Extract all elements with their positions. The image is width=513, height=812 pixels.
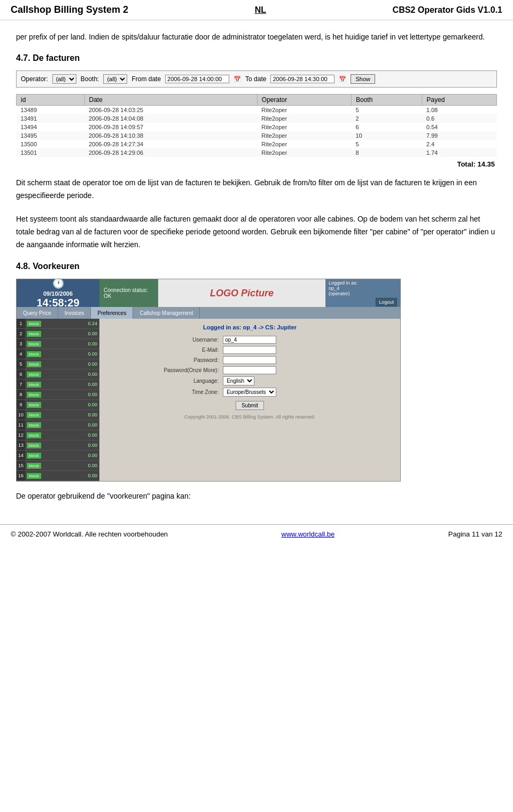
ss-sidebar-row: 3block0.00 <box>17 339 99 349</box>
cell-payed: 7.99 <box>422 131 497 140</box>
cell-id: 13495 <box>17 131 85 140</box>
ss-block-button[interactable]: block <box>27 402 41 408</box>
cell-date: 2006-09-28 14:03:25 <box>84 106 257 115</box>
cell-id: 13491 <box>17 114 85 123</box>
password2-input[interactable] <box>223 366 276 374</box>
ss-login-role: (operator) <box>329 291 350 296</box>
ss-conn-status: Connection status: OK <box>99 279 158 307</box>
booth-label: Booth: <box>81 75 99 83</box>
ss-row-number: 16 <box>17 471 25 480</box>
footer-link[interactable]: www.worldcall.be <box>282 530 335 538</box>
booth-select[interactable]: (all) <box>103 74 127 84</box>
ss-nav-item-invoices[interactable]: Invoices <box>58 307 91 319</box>
ss-block-button[interactable]: block <box>27 432 41 438</box>
email-label: E-Mail: <box>105 345 221 355</box>
calendar-icon-from[interactable]: 📅 <box>234 76 241 83</box>
header-title-right: CBS2 Operator Gids V1.0.1 <box>393 5 502 15</box>
ss-block-button[interactable]: block <box>27 443 41 448</box>
table-row: 134942006-09-28 14:09:57Rite2oper60.54 <box>17 123 497 131</box>
ss-block-button[interactable]: block <box>27 392 41 398</box>
ss-block-button[interactable]: block <box>27 331 41 337</box>
password-input[interactable] <box>223 356 276 364</box>
form-row-username: Username: <box>105 335 395 345</box>
ss-row-value: 0.00 <box>88 453 99 458</box>
cell-id: 13489 <box>17 106 85 115</box>
header-title-left: Callshop Billing System 2 <box>11 4 128 15</box>
show-button[interactable]: Show <box>351 74 375 84</box>
ss-sidebar-row: 11block0.00 <box>17 420 99 430</box>
ss-clock-area: 🕐 09/10/2006 14:58:29 <box>17 279 99 307</box>
section-48-heading: 4.8. Voorkeuren <box>16 262 497 271</box>
timezone-select[interactable]: Europe/Brussels <box>223 388 276 397</box>
cell-booth: 6 <box>351 123 422 131</box>
operator-select[interactable]: (all) <box>52 74 76 84</box>
ss-row-number: 10 <box>17 410 25 420</box>
ss-row-number: 3 <box>17 339 25 349</box>
ss-main-pane: Logged in as: op_4 -> CS: Jupiter Userna… <box>99 319 400 481</box>
ss-row-value: 0.00 <box>88 402 99 407</box>
ss-row-number: 7 <box>17 380 25 389</box>
ss-sidebar-row: 6block0.00 <box>17 369 99 380</box>
section47-desc1: Dit scherm staat de operator toe om de l… <box>16 177 497 202</box>
cell-date: 2006-09-28 14:29:06 <box>84 148 257 157</box>
ss-nav-item-query-price[interactable]: Query Price <box>17 307 58 319</box>
ss-form-table: Username: E-Mail: Password: Passwor <box>105 335 395 398</box>
ss-block-button[interactable]: block <box>27 463 41 469</box>
from-date-input[interactable] <box>165 75 229 83</box>
footer-page-info: Pagina 11 van 12 <box>448 530 502 538</box>
clock-icon: 🕐 <box>52 278 64 289</box>
calendar-icon-to[interactable]: 📅 <box>339 76 346 83</box>
ss-row-value: 0.00 <box>88 341 99 346</box>
ss-block-button[interactable]: block <box>27 473 41 479</box>
ss-block-button[interactable]: block <box>27 361 41 367</box>
ss-sidebar-row: 12block0.00 <box>17 430 99 440</box>
ss-block-button[interactable]: block <box>27 341 41 347</box>
ss-row-number: 6 <box>17 369 25 379</box>
screenshot-mockup: 🕐 09/10/2006 14:58:29 Connection status:… <box>16 279 401 482</box>
ss-clock-date: 09/10/2006 <box>43 290 73 297</box>
ss-row-number: 4 <box>17 349 25 359</box>
ss-body: 1block0.242block0.003block0.004block0.00… <box>17 319 400 481</box>
ss-block-button[interactable]: block <box>27 412 41 418</box>
ss-block-button[interactable]: block <box>27 453 41 459</box>
password-label: Password: <box>105 355 221 365</box>
username-input[interactable] <box>223 336 276 344</box>
ss-block-button[interactable]: block <box>27 372 41 377</box>
ss-row-value: 0.00 <box>88 463 99 468</box>
footer-copyright: © 2002-2007 Worldcall. Alle rechten voor… <box>11 530 168 538</box>
ss-login-area: Logged in as: op_4 (operator) Logout <box>325 279 400 307</box>
ss-row-value: 0.00 <box>88 412 99 417</box>
table-row: 134912006-09-28 14:04:08Rite2oper20.6 <box>17 114 497 123</box>
section47-desc2: Het systeem toont als standaardwaarde al… <box>16 213 497 251</box>
ss-row-number: 1 <box>17 319 25 328</box>
ss-block-button[interactable]: block <box>27 321 41 327</box>
cell-id: 13501 <box>17 148 85 157</box>
col-id: id <box>17 94 85 106</box>
ss-sidebar-row: 7block0.00 <box>17 380 99 390</box>
cell-booth: 8 <box>351 148 422 157</box>
ss-row-value: 0.00 <box>88 432 99 438</box>
ss-submit-button[interactable]: Submit <box>236 401 264 410</box>
ss-nav-item-preferences[interactable]: Preferences <box>91 307 133 319</box>
ss-logo-area: LOGO Picture <box>158 279 325 307</box>
ss-sidebar-row: 9block0.00 <box>17 400 99 410</box>
ss-block-button[interactable]: block <box>27 351 41 357</box>
ss-block-button[interactable]: block <box>27 422 41 428</box>
cell-operator: Rite2oper <box>257 131 351 140</box>
main-content: per prefix of per land. Indien de spits/… <box>0 20 513 524</box>
ss-row-value: 0.00 <box>88 361 99 367</box>
ss-row-number: 15 <box>17 461 25 470</box>
to-date-input[interactable] <box>270 75 335 83</box>
ss-logout-button[interactable]: Logout <box>376 298 397 306</box>
ss-row-value: 0.00 <box>88 443 99 448</box>
ss-block-button[interactable]: block <box>27 382 41 388</box>
table-row: 134952006-09-28 14:10:38Rite2oper107.99 <box>17 131 497 140</box>
ss-nav-item-callshop-management[interactable]: Callshop Management <box>133 307 200 319</box>
email-input[interactable] <box>223 346 276 354</box>
ss-copyright: Copyright 2001-2006. CBS Billing System.… <box>105 414 395 420</box>
page-header: Callshop Billing System 2 NL CBS2 Operat… <box>0 0 513 20</box>
ss-row-number: 11 <box>17 420 25 430</box>
col-operator: Operator <box>257 94 351 106</box>
table-total: Total: 14.35 <box>16 160 497 168</box>
language-select[interactable]: English <box>223 376 254 385</box>
